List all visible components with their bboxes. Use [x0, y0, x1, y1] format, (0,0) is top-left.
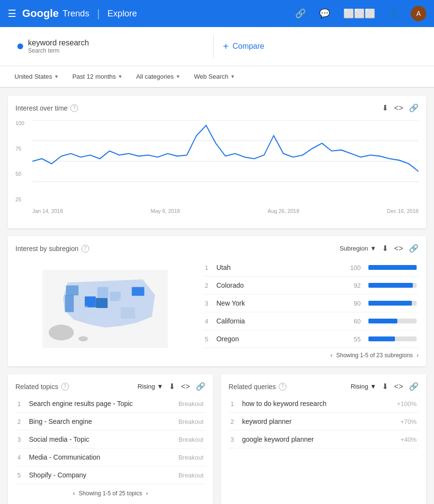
menu-icon[interactable]: ☰ — [8, 8, 16, 19]
state-utah: Utah — [217, 264, 343, 271]
rank-2: 2 — [205, 282, 213, 289]
region-arrow-icon: ▼ — [54, 74, 59, 79]
topic-name-1: Search engine results page - Topic — [29, 400, 175, 407]
search-type-arrow-icon: ▼ — [230, 74, 235, 79]
state-oregon: Oregon — [217, 335, 343, 343]
card-title-ibs: Interest by subregion ? — [15, 245, 89, 252]
chart-x-labels: Jan 14, 2018 May 6, 2018 Aug 26, 2018 De… — [32, 205, 419, 217]
subregion-dropdown-arrow: ▼ — [370, 245, 376, 252]
svg-rect-15 — [110, 301, 120, 310]
related-queries-header: Related queries ? Rising ▼ ⬇ <> 🔗 — [229, 382, 419, 391]
bar-newyork — [368, 301, 412, 306]
query-rank-1: 1 — [231, 400, 238, 407]
topic-rank-4: 4 — [17, 454, 25, 461]
compare-plus-icon: + — [223, 41, 229, 52]
card-header-ibs: Interest by subregion ? Subregion ▼ ⬇ <>… — [15, 244, 419, 253]
topics-filter-label: Rising — [137, 383, 155, 390]
feedback-icon[interactable]: 💬 — [319, 8, 330, 19]
ibs-share-icon[interactable]: 🔗 — [409, 244, 419, 253]
bar-utah — [368, 265, 417, 270]
query-name-3: google keyword planner — [242, 435, 396, 443]
ibs-embed-icon[interactable]: <> — [394, 244, 403, 253]
user-avatar[interactable]: A — [411, 6, 426, 21]
topic-value-1: Breakout — [178, 400, 203, 407]
account-icon[interactable]: 👤 — [389, 8, 399, 19]
x-label-jan: Jan 14, 2018 — [32, 208, 63, 214]
iot-help-icon[interactable]: ? — [70, 104, 78, 112]
interest-by-subregion-card: Interest by subregion ? Subregion ▼ ⬇ <>… — [8, 236, 426, 366]
region-filter[interactable]: United States ▼ — [10, 70, 64, 83]
search-type-filter[interactable]: Web Search ▼ — [189, 70, 240, 83]
related-queries-help-icon[interactable]: ? — [279, 383, 286, 391]
period-arrow-icon: ▼ — [118, 74, 122, 79]
query-rank-2: 2 — [231, 418, 238, 425]
topics-prev-icon[interactable]: ‹ — [73, 490, 75, 497]
search-type-label: Web Search — [194, 73, 228, 80]
topics-next-icon[interactable]: › — [146, 490, 148, 497]
header-explore: Explore — [108, 9, 137, 19]
topics-embed-icon[interactable]: <> — [181, 382, 190, 391]
topic-name-3: Social media - Topic — [29, 435, 175, 443]
x-label-aug: Aug 26, 2018 — [268, 208, 299, 214]
topic-item-1: 1 Search engine results page - Topic Bre… — [15, 395, 205, 413]
apps-icon[interactable]: ⬜⬜⬜ — [343, 8, 375, 19]
topics-download-icon[interactable]: ⬇ — [169, 382, 175, 391]
topic-value-2: Breakout — [178, 418, 203, 425]
topics-share-icon[interactable]: 🔗 — [196, 382, 205, 391]
line-chart-svg — [32, 120, 419, 202]
query-item-2: 2 keyword planner +70% — [229, 413, 419, 431]
related-topics-actions: Rising ▼ ⬇ <> 🔗 — [137, 382, 205, 391]
iot-share-icon[interactable]: 🔗 — [409, 103, 419, 112]
queries-share-icon[interactable]: 🔗 — [409, 382, 419, 391]
queries-download-icon[interactable]: ⬇ — [382, 382, 388, 391]
topic-name-2: Bing - Search engine — [29, 418, 175, 425]
search-term-box[interactable]: keyword research Search term — [12, 35, 214, 58]
related-topics-help-icon[interactable]: ? — [61, 383, 69, 391]
share-icon[interactable]: 🔗 — [295, 8, 306, 19]
topic-name-5: Shopify - Company — [29, 471, 175, 479]
value-newyork: 90 — [347, 300, 361, 307]
topic-item-5: 5 Shopify - Company Breakout — [15, 466, 205, 484]
header-divider: | — [97, 7, 100, 20]
related-queries-title: Related queries ? — [229, 383, 286, 391]
subregion-dropdown-label: Subregion — [339, 245, 368, 252]
subregion-item-4: 4 California 60 — [203, 312, 419, 330]
related-topics-title-text: Related topics — [15, 383, 58, 391]
topics-filter-dropdown[interactable]: Rising ▼ — [137, 383, 163, 390]
svg-rect-19 — [77, 306, 88, 318]
topic-value-5: Breakout — [178, 472, 203, 479]
queries-filter-dropdown[interactable]: Rising ▼ — [351, 383, 376, 390]
ibs-header-right: Subregion ▼ ⬇ <> 🔗 — [339, 244, 419, 253]
y-label-75: 75 — [15, 146, 30, 152]
next-page-icon[interactable]: › — [417, 352, 419, 359]
period-filter[interactable]: Past 12 months ▼ — [68, 70, 127, 83]
topic-rank-1: 1 — [17, 400, 25, 407]
bar-california — [368, 319, 397, 323]
rank-5: 5 — [205, 336, 213, 343]
subregion-dropdown[interactable]: Subregion ▼ — [339, 245, 376, 252]
topics-showing-text: Showing 1-5 of 25 topics — [79, 490, 142, 497]
prev-page-icon[interactable]: ‹ — [330, 352, 332, 359]
bar-oregon-container — [368, 336, 417, 341]
iot-embed-icon[interactable]: <> — [394, 104, 403, 112]
svg-rect-16 — [88, 307, 98, 315]
ibs-download-icon[interactable]: ⬇ — [382, 244, 388, 253]
related-topics-header: Related topics ? Rising ▼ ⬇ <> 🔗 — [15, 382, 205, 391]
ibs-help-icon[interactable]: ? — [81, 245, 89, 252]
us-map-area — [15, 259, 195, 359]
queries-filter-label: Rising — [351, 383, 368, 390]
iot-download-icon[interactable]: ⬇ — [382, 103, 388, 112]
subregion-item-5: 5 Oregon 55 — [203, 330, 419, 348]
queries-embed-icon[interactable]: <> — [394, 382, 403, 391]
logo-google: Google — [22, 7, 59, 20]
y-label-100: 100 — [15, 120, 30, 126]
state-newyork: New York — [217, 299, 343, 307]
state-colorado: Colorado — [217, 281, 343, 289]
bar-oregon — [368, 336, 395, 341]
topic-item-4: 4 Media - Communication Breakout — [15, 448, 205, 466]
topic-rank-3: 3 — [17, 436, 25, 443]
categories-filter[interactable]: All categories ▼ — [131, 70, 185, 83]
queries-filter-arrow: ▼ — [370, 383, 376, 390]
compare-box[interactable]: + Compare — [214, 35, 423, 58]
card-title-iot: Interest over time ? — [15, 104, 78, 112]
